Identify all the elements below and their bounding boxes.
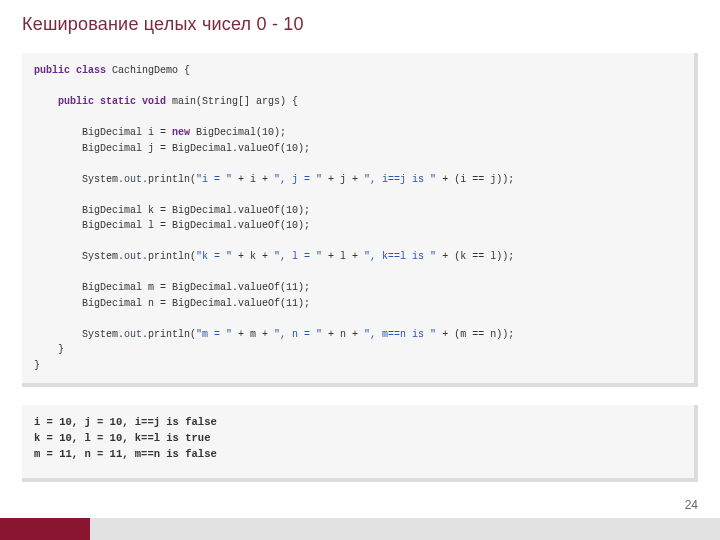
code-token: BigDecimal(10);: [190, 127, 286, 138]
code-token: public class: [34, 65, 106, 76]
page-number: 24: [685, 498, 698, 512]
output-line: i = 10, j = 10, i==j is false: [34, 416, 217, 428]
code-token: + k +: [232, 251, 274, 262]
code-token: + i +: [232, 174, 274, 185]
output-block: i = 10, j = 10, i==j is false k = 10, l …: [22, 405, 698, 482]
code-token: .println(: [142, 329, 196, 340]
code-token: public static void: [34, 96, 166, 107]
code-token: ", k==l is ": [364, 251, 436, 262]
footer-bar: [0, 518, 720, 540]
code-token: ", j = ": [274, 174, 322, 185]
code-token: System.: [34, 251, 124, 262]
code-token: "k = ": [196, 251, 232, 262]
output-line: m = 11, n = 11, m==n is false: [34, 448, 217, 460]
output-line: k = 10, l = 10, k==l is true: [34, 432, 210, 444]
page-title: Кеширование целых чисел 0 - 10: [0, 0, 720, 35]
code-token: + n +: [322, 329, 364, 340]
code-token: + j +: [322, 174, 364, 185]
code-token: BigDecimal l = BigDecimal.valueOf(10);: [34, 220, 310, 231]
footer-fill: [90, 518, 720, 540]
code-token: ", i==j is ": [364, 174, 436, 185]
code-token: + (k == l));: [436, 251, 514, 262]
code-token: "i = ": [196, 174, 232, 185]
code-token: main(String[] args) {: [166, 96, 298, 107]
code-token: out: [124, 329, 142, 340]
code-token: .println(: [142, 251, 196, 262]
code-token: + m +: [232, 329, 274, 340]
code-token: }: [34, 360, 40, 371]
code-token: ", l = ": [274, 251, 322, 262]
code-block: public class CachingDemo { public static…: [22, 53, 698, 387]
code-token: out: [124, 174, 142, 185]
code-token: BigDecimal n = BigDecimal.valueOf(11);: [34, 298, 310, 309]
code-token: ", m==n is ": [364, 329, 436, 340]
code-token: BigDecimal k = BigDecimal.valueOf(10);: [34, 205, 310, 216]
footer-accent: [0, 518, 90, 540]
code-token: BigDecimal m = BigDecimal.valueOf(11);: [34, 282, 310, 293]
code-token: BigDecimal i =: [34, 127, 172, 138]
code-token: + (i == j));: [436, 174, 514, 185]
code-token: new: [172, 127, 190, 138]
code-token: CachingDemo {: [106, 65, 190, 76]
code-token: ", n = ": [274, 329, 322, 340]
code-token: + l +: [322, 251, 364, 262]
code-token: + (m == n));: [436, 329, 514, 340]
code-token: System.: [34, 329, 124, 340]
code-token: "m = ": [196, 329, 232, 340]
code-token: .println(: [142, 174, 196, 185]
code-token: out: [124, 251, 142, 262]
code-token: System.: [34, 174, 124, 185]
code-token: BigDecimal j = BigDecimal.valueOf(10);: [34, 143, 310, 154]
code-token: }: [34, 344, 64, 355]
